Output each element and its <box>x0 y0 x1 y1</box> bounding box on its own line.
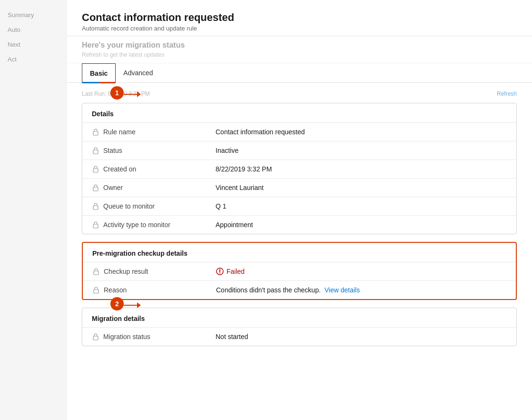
step-badge-2: 2 <box>110 297 124 310</box>
value-rule-name: Contact information requested <box>216 128 507 136</box>
field-created-on: Created on 8/22/2019 3:32 PM <box>82 160 516 178</box>
lock-icon-checkup-result <box>92 268 100 275</box>
field-reason: Reason Conditions didn't pass the checku… <box>83 280 516 299</box>
svg-rect-2 <box>93 169 98 172</box>
label-activity-type: Activity type to monitor <box>103 221 170 229</box>
content-area: Last Run: 8/22/20 3:22 PM Refresh Detail… <box>67 83 532 369</box>
lock-icon-reason <box>92 286 100 294</box>
label-queue-monitor: Queue to monitor <box>103 202 155 210</box>
value-created-on: 8/22/2019 3:32 PM <box>216 165 507 173</box>
lock-icon-migration-status <box>92 333 99 340</box>
tabs-container: Basic Advanced <box>67 63 532 83</box>
migration-details-card: Migration details Migration status Not s… <box>82 308 517 346</box>
page-title: Contact information requested <box>82 11 517 24</box>
value-reason: Conditions didn't pass the checkup. View… <box>216 286 506 294</box>
failed-icon <box>216 268 224 275</box>
svg-rect-5 <box>93 224 98 228</box>
field-status: Status Inactive <box>82 141 516 160</box>
step-arrow-2 <box>124 302 141 308</box>
sidebar-item-next[interactable]: Next <box>0 37 66 52</box>
meta-right[interactable]: Refresh <box>497 90 517 97</box>
svg-rect-1 <box>93 150 98 154</box>
lock-icon-created-on <box>92 165 99 173</box>
migration-details-card-header: Migration details <box>82 308 516 327</box>
value-activity-type: Appointment <box>216 221 507 229</box>
lock-icon-activity-type <box>92 221 99 229</box>
page-subtitle: Automatic record creation and update rul… <box>82 25 517 32</box>
field-checkup-result: Checkup result Failed <box>83 262 516 280</box>
meta-row: Last Run: 8/22/20 3:22 PM Refresh <box>82 90 517 97</box>
sidebar-item-auto[interactable]: Auto <box>0 22 66 37</box>
field-owner: Owner Vincent Lauriant <box>82 178 516 197</box>
sidebar-item-summary[interactable]: Summary <box>0 8 66 22</box>
value-status: Inactive <box>216 147 507 154</box>
tab-basic[interactable]: Basic <box>82 63 116 83</box>
migration-status-bar: Here's your migration status Refresh to … <box>67 36 532 63</box>
sidebar-item-act[interactable]: Act <box>0 52 66 67</box>
details-card: Details Rule name Contact information re… <box>82 103 517 234</box>
premigration-card-header: Pre-migration checkup details <box>83 243 516 262</box>
migration-status-desc: Refresh to get the latest updates <box>82 51 517 58</box>
lock-icon-queue-monitor <box>92 202 99 210</box>
value-checkup-result: Failed <box>216 268 506 275</box>
field-migration-status: Migration status Not started <box>82 327 516 346</box>
svg-point-9 <box>219 273 220 274</box>
premigration-card: Pre-migration checkup details Checkup re… <box>82 242 517 300</box>
label-owner: Owner <box>103 184 123 191</box>
step-badge-1: 1 <box>110 86 124 100</box>
field-activity-type: Activity type to monitor Appointment <box>82 215 516 234</box>
lock-icon-status <box>92 147 99 154</box>
lock-icon-owner <box>92 184 99 191</box>
lock-icon-rule-name <box>92 128 99 136</box>
svg-rect-3 <box>93 187 98 191</box>
step-arrow-1 <box>124 91 141 97</box>
view-details-link[interactable]: View details <box>325 286 360 294</box>
details-card-header: Details <box>82 103 516 122</box>
value-migration-status: Not started <box>216 333 507 340</box>
page-wrapper: Summary Auto Next Act Contact informatio… <box>0 0 532 420</box>
label-reason: Reason <box>104 286 127 294</box>
label-status: Status <box>103 147 122 154</box>
label-rule-name: Rule name <box>103 128 136 136</box>
label-migration-status: Migration status <box>103 333 150 340</box>
svg-rect-6 <box>94 271 99 275</box>
page-header: Contact information requested Automatic … <box>67 0 532 36</box>
main-content: Contact information requested Automatic … <box>67 0 532 420</box>
field-rule-name: Rule name Contact information requested <box>82 122 516 141</box>
value-queue-monitor: Q 1 <box>216 202 507 210</box>
value-owner: Vincent Lauriant <box>216 184 507 191</box>
sidebar: Summary Auto Next Act <box>0 0 67 420</box>
svg-rect-0 <box>93 131 98 135</box>
svg-rect-11 <box>93 336 98 340</box>
field-queue-monitor: Queue to monitor Q 1 <box>82 197 516 215</box>
label-created-on: Created on <box>103 165 136 173</box>
migration-status-title: Here's your migration status <box>82 41 517 50</box>
svg-rect-10 <box>94 290 99 293</box>
tab-advanced[interactable]: Advanced <box>116 63 160 82</box>
label-checkup-result: Checkup result <box>104 268 148 275</box>
svg-rect-4 <box>93 206 98 210</box>
